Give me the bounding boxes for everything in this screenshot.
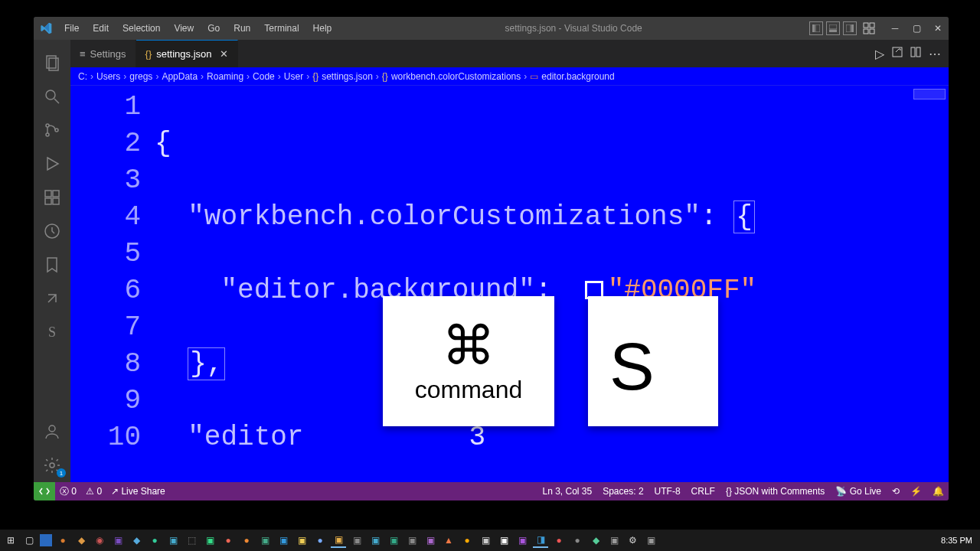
- errors-count[interactable]: ⓧ 0: [60, 485, 77, 498]
- taskbar-app-icon[interactable]: ▣: [478, 533, 493, 548]
- windows-taskbar: ⊞ ▢ ● ◆ ◉ ▣ ◆ ● ▣ ⬚ ▣ ● ● ▣ ▣ ▣ ● ▣ ▣ ▣ …: [0, 530, 980, 551]
- taskbar-app-icon[interactable]: ●: [312, 533, 328, 548]
- taskbar-app-icon[interactable]: ⬚: [184, 533, 199, 548]
- taskbar-app-icon[interactable]: ●: [147, 533, 162, 548]
- taskbar-app-icon[interactable]: ▣: [386, 533, 401, 548]
- extensions-icon[interactable]: [34, 181, 70, 214]
- menu-terminal[interactable]: Terminal: [258, 20, 305, 37]
- go-live-button[interactable]: 📡 Go Live: [835, 486, 881, 497]
- notifications-icon[interactable]: 🔔: [933, 486, 944, 497]
- warnings-count[interactable]: ⚠ 0: [86, 486, 102, 497]
- maximize-button[interactable]: ▢: [906, 17, 927, 40]
- breadcrumbs[interactable]: C:› Users› gregs› AppData› Roaming› Code…: [70, 67, 949, 86]
- taskbar-app-icon[interactable]: ▣: [643, 533, 658, 548]
- close-button[interactable]: ✕: [927, 17, 949, 40]
- taskbar-app-icon[interactable]: ▣: [349, 533, 364, 548]
- menu-selection[interactable]: Selection: [116, 20, 166, 37]
- indentation[interactable]: Spaces: 2: [603, 486, 643, 497]
- breadcrumb-item[interactable]: Code: [253, 71, 275, 82]
- live-share-icon[interactable]: [34, 282, 70, 315]
- eol[interactable]: CRLF: [691, 486, 715, 497]
- menu-help[interactable]: Help: [307, 20, 338, 37]
- taskbar-app-icon[interactable]: ▣: [294, 533, 309, 548]
- tab-settings-json[interactable]: {} settings.json ✕: [136, 40, 238, 67]
- taskbar-app-icon[interactable]: [40, 534, 52, 546]
- menu-go[interactable]: Go: [201, 20, 226, 37]
- taskbar-app-icon[interactable]: ▣: [110, 533, 126, 548]
- taskbar-app-icon[interactable]: ▣: [606, 533, 622, 548]
- task-view-icon[interactable]: ▢: [21, 533, 37, 548]
- taskbar-clock[interactable]: 8:35 PM: [936, 536, 977, 545]
- more-actions-icon[interactable]: ⋯: [929, 47, 941, 61]
- taskbar-app-icon[interactable]: ●: [551, 533, 567, 548]
- taskbar-app-icon[interactable]: ●: [220, 533, 236, 548]
- taskbar-app-icon[interactable]: ▣: [404, 533, 420, 548]
- breadcrumb-item[interactable]: gregs: [129, 71, 152, 82]
- svg-rect-26: [911, 47, 915, 57]
- source-control-icon[interactable]: [34, 113, 70, 147]
- settings-gear-icon[interactable]: 1: [34, 448, 70, 482]
- minimap[interactable]: [913, 89, 946, 99]
- breadcrumb-item[interactable]: AppData: [162, 71, 198, 82]
- customize-layout-icon[interactable]: [863, 22, 875, 34]
- taskbar-app-icon[interactable]: ●: [570, 533, 585, 548]
- accounts-icon[interactable]: [34, 415, 70, 448]
- bookmark-icon[interactable]: [34, 248, 70, 282]
- search-icon[interactable]: [34, 80, 70, 113]
- breadcrumb-item[interactable]: Roaming: [207, 71, 243, 82]
- cursor-position[interactable]: Ln 3, Col 35: [542, 486, 592, 497]
- start-button[interactable]: ⊞: [3, 533, 18, 548]
- breadcrumb-item[interactable]: workbench.colorCustomizations: [391, 71, 521, 82]
- close-tab-icon[interactable]: ✕: [220, 48, 228, 60]
- layout-right-icon[interactable]: [843, 21, 857, 35]
- breadcrumb-item[interactable]: editor.background: [541, 71, 614, 82]
- encoding[interactable]: UTF-8: [655, 486, 681, 497]
- taskbar-vscode-icon[interactable]: ◨: [533, 533, 548, 548]
- taskbar-app-icon[interactable]: ▣: [423, 533, 438, 548]
- breadcrumb-item[interactable]: User: [284, 71, 303, 82]
- breadcrumb-item[interactable]: Users: [96, 71, 120, 82]
- sync-icon[interactable]: ⟲: [892, 486, 900, 497]
- run-debug-icon[interactable]: [34, 147, 70, 181]
- remote-indicator[interactable]: [34, 482, 55, 500]
- layout-bottom-icon[interactable]: [826, 21, 840, 35]
- taskbar-app-icon[interactable]: ▣: [496, 533, 511, 548]
- taskbar-app-icon[interactable]: ⚙: [625, 533, 640, 548]
- taskbar-app-icon[interactable]: ▣: [257, 533, 273, 548]
- menu-bar: File Edit Selection View Go Run Terminal…: [58, 20, 338, 37]
- menu-run[interactable]: Run: [227, 20, 256, 37]
- taskbar-app-icon[interactable]: ●: [459, 533, 475, 548]
- taskbar-app-icon[interactable]: ▲: [441, 533, 456, 548]
- editor-area[interactable]: 1 2 3 4 5 6 7 8 9 10 { "workbench.colorC…: [70, 86, 949, 482]
- tab-settings[interactable]: ≡ Settings: [70, 40, 136, 67]
- breadcrumb-item[interactable]: settings.json: [322, 71, 373, 82]
- breadcrumb-item[interactable]: C:: [78, 71, 87, 82]
- taskbar-app-icon[interactable]: ▣: [165, 533, 181, 548]
- prettier-icon[interactable]: ⚡: [910, 486, 922, 497]
- taskbar-app-icon[interactable]: ◆: [129, 533, 144, 548]
- taskbar-app-icon[interactable]: ▣: [331, 533, 346, 548]
- split-editor-icon[interactable]: [910, 47, 921, 60]
- explorer-icon[interactable]: [34, 46, 70, 80]
- menu-file[interactable]: File: [58, 20, 85, 37]
- taskbar-app-icon[interactable]: ◆: [74, 533, 89, 548]
- timeline-icon[interactable]: [34, 214, 70, 248]
- taskbar-app-icon[interactable]: ◉: [92, 533, 107, 548]
- taskbar-app-icon[interactable]: ◆: [588, 533, 603, 548]
- taskbar-app-icon[interactable]: ▣: [202, 533, 217, 548]
- taskbar-app-icon[interactable]: ▣: [368, 533, 383, 548]
- letter-s-icon[interactable]: S: [34, 315, 70, 349]
- taskbar-app-icon[interactable]: ▣: [514, 533, 530, 548]
- taskbar-app-icon[interactable]: ●: [55, 533, 70, 548]
- live-share-button[interactable]: ↗ Live Share: [111, 486, 165, 497]
- menu-edit[interactable]: Edit: [87, 20, 115, 37]
- minimize-button[interactable]: ─: [884, 17, 906, 40]
- svg-line-13: [54, 99, 59, 103]
- open-settings-json-icon[interactable]: [892, 47, 903, 60]
- layout-left-icon[interactable]: [809, 21, 823, 35]
- taskbar-app-icon[interactable]: ▣: [276, 533, 291, 548]
- language-mode[interactable]: {} JSON with Comments: [726, 486, 825, 497]
- play-icon[interactable]: ▷: [875, 47, 884, 61]
- taskbar-app-icon[interactable]: ●: [239, 533, 254, 548]
- menu-view[interactable]: View: [168, 20, 200, 37]
